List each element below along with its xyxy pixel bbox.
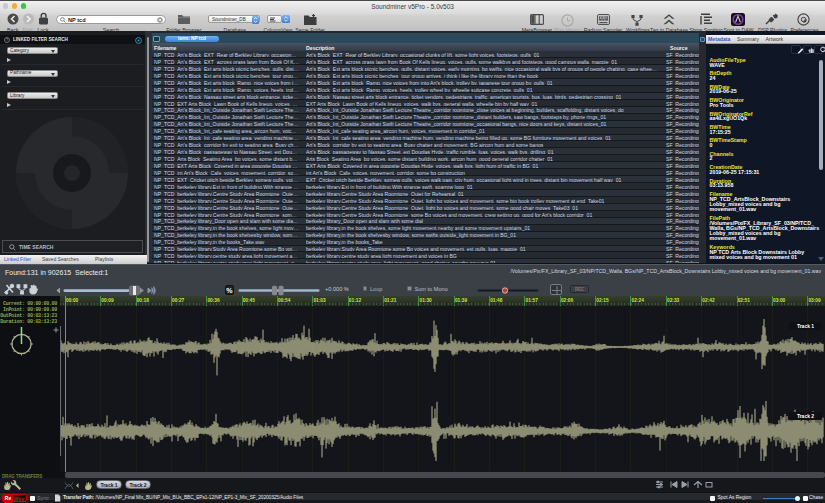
svg-text:?: ? — [5, 38, 7, 42]
